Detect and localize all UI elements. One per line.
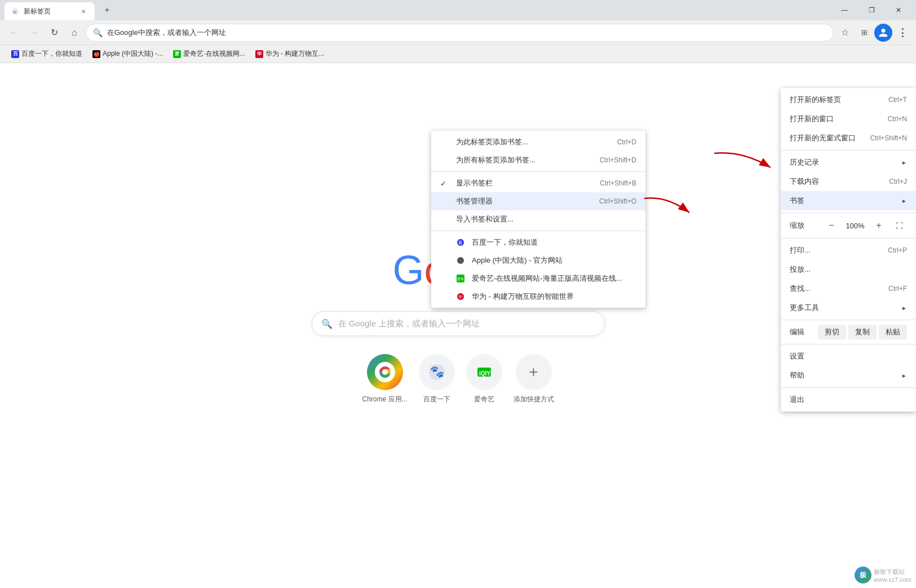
menu-bookmarks[interactable]: 书签 ► — [781, 191, 916, 210]
bookmark-huawei-label: 华为 - 构建万物互... — [265, 49, 325, 59]
submenu-bookmark-baidu[interactable]: 百 百度一下，你就知道 — [431, 233, 645, 251]
zoom-expand-button[interactable]: ⛶ — [891, 218, 907, 233]
submenu-add-bookmark-shortcut: Ctrl+D — [617, 138, 636, 146]
submenu-add-all-bookmarks[interactable]: 为所有标签页添加书签... Ctrl+Shift+D — [431, 151, 645, 169]
menu-find[interactable]: 查找... Ctrl+F — [781, 279, 916, 298]
menu-exit[interactable]: 退出 — [781, 390, 916, 409]
submenu-bookmark-iqiyi[interactable]: 爱奇 爱奇艺-在线视频网站-海量正版高清视频在线... — [431, 269, 645, 288]
main-content: G o o g l e 🔍 在 Google 上搜索，或者输入一个网址 — [0, 63, 916, 588]
watermark-site-name: 极致下载站 — [874, 568, 911, 576]
submenu-sep-2 — [431, 231, 645, 231]
forward-button[interactable]: → — [25, 24, 43, 42]
menu-help[interactable]: 帮助 ► — [781, 366, 916, 385]
tab-search-button[interactable]: ⊞ — [855, 24, 873, 42]
close-button[interactable]: ✕ — [886, 0, 911, 20]
submenu-bookmark-manager[interactable]: 书签管理器 Ctrl+Shift+O — [431, 192, 645, 210]
menu-new-window-label: 打开新的窗口 — [790, 114, 883, 124]
paste-button[interactable]: 粘贴 — [879, 325, 907, 339]
copy-button[interactable]: 复制 — [848, 325, 877, 339]
menu-more-tools[interactable]: 更多工具 ► — [781, 298, 916, 317]
active-tab[interactable]: N 新标签页 ✕ — [5, 2, 95, 20]
submenu-show-bookmarks-bar[interactable]: ✓ 显示书签栏 Ctrl+Shift+B — [431, 174, 645, 192]
shortcut-add[interactable]: + 添加快捷方式 — [514, 354, 554, 404]
menu-new-tab-shortcut: Ctrl+T — [888, 96, 907, 104]
show-bookmarks-check: ✓ — [440, 179, 449, 188]
zoom-out-button[interactable]: − — [824, 218, 839, 233]
menu-help-label: 帮助 — [790, 370, 897, 381]
menu-settings[interactable]: 设置 — [781, 347, 916, 366]
home-button[interactable]: ⌂ — [65, 24, 83, 42]
chrome-menu-button[interactable]: ⋮ — [893, 24, 911, 42]
iqiyi-favicon: 爱 — [173, 50, 181, 58]
menu-new-tab[interactable]: 打开新的标签页 Ctrl+T — [781, 90, 916, 109]
bookmark-apple-label: Apple (中国大陆) -... — [103, 49, 163, 59]
bookmark-apple[interactable]: 🍎 Apple (中国大陆) -... — [88, 47, 167, 61]
watermark-text: 极致下载站 www.xz7.com — [874, 568, 911, 583]
baidu-icon: 🐾 — [419, 354, 455, 390]
bookmark-baidu[interactable]: 百 百度一下，你就知道 — [7, 47, 87, 61]
submenu-import-bookmarks[interactable]: 导入书签和设置... — [431, 210, 645, 228]
profile-button[interactable] — [874, 24, 892, 42]
minimize-button[interactable]: — — [831, 0, 857, 20]
baidu-shortcut-label: 百度一下 — [423, 395, 450, 404]
baidu-favicon: 百 — [11, 50, 19, 58]
menu-bookmarks-label: 书签 — [790, 196, 897, 206]
cut-button[interactable]: 剪切 — [818, 325, 846, 339]
submenu-show-bookmarks-bar-label: 显示书签栏 — [456, 178, 493, 188]
menu-print[interactable]: 打印... Ctrl+P — [781, 241, 916, 260]
watermark-url: www.xz7.com — [874, 576, 911, 583]
submenu-bookmark-apple[interactable]: Apple (中国大陆) - 官方网站 — [431, 251, 645, 269]
add-shortcut-icon: + — [516, 354, 552, 390]
svg-text:华: 华 — [458, 295, 462, 299]
zoom-in-button[interactable]: + — [871, 218, 887, 233]
address-bar[interactable]: 🔍 在Google中搜索，或者输入一个网址 — [86, 24, 834, 42]
reload-button[interactable]: ↻ — [45, 24, 63, 42]
submenu-bookmark-huawei[interactable]: 华 华为 - 构建万物互联的智能世界 — [431, 288, 645, 306]
chrome-shortcut-label: Chrome 应用... — [362, 395, 408, 404]
tab-close-button[interactable]: ✕ — [79, 7, 88, 16]
submenu-import-bookmarks-label: 导入书签和设置... — [456, 214, 514, 224]
menu-history-label: 历史记录 — [790, 157, 897, 167]
menu-cast-label: 投放... — [790, 264, 907, 275]
chrome-icon — [367, 354, 403, 390]
menu-downloads-label: 下载内容 — [790, 176, 884, 187]
tab-title: 新标签页 — [24, 7, 51, 16]
menu-incognito-label: 打开新的无窗式窗口 — [790, 133, 866, 143]
restore-button[interactable]: ❐ — [859, 0, 884, 20]
shortcut-iqiyi[interactable]: iQIYI 爱奇艺 — [466, 354, 502, 404]
bookmark-huawei-icon: 华 — [456, 292, 465, 301]
google-search-bar[interactable]: 🔍 在 Google 上搜索，或者输入一个网址 — [312, 311, 605, 336]
shortcut-baidu[interactable]: 🐾 百度一下 — [419, 354, 455, 404]
shortcuts-row: Chrome 应用... 🐾 百度一下 iQI — [362, 354, 554, 404]
bookmark-iqiyi[interactable]: 爱 爱奇艺·在线视频网... — [169, 47, 249, 61]
zoom-label: 缩放 — [790, 220, 819, 231]
bookmark-iqiyi-icon: 爱奇 — [456, 274, 465, 283]
bookmark-page-button[interactable]: ☆ — [836, 24, 854, 42]
menu-new-window[interactable]: 打开新的窗口 Ctrl+N — [781, 109, 916, 129]
bookmark-apple-icon — [456, 256, 465, 265]
shortcut-chrome[interactable]: Chrome 应用... — [362, 354, 408, 404]
back-button[interactable]: ← — [5, 24, 23, 42]
svg-point-4 — [382, 369, 388, 375]
menu-incognito[interactable]: 打开新的无窗式窗口 Ctrl+Shift+N — [781, 129, 916, 148]
new-tab-button[interactable]: + — [99, 2, 115, 18]
menu-sep-4 — [781, 320, 916, 320]
add-shortcut-label: 添加快捷方式 — [514, 395, 554, 404]
menu-bookmarks-arrow: ► — [901, 198, 907, 204]
bookmark-huawei[interactable]: 华 华为 - 构建万物互... — [251, 47, 329, 61]
menu-cast[interactable]: 投放... — [781, 260, 916, 279]
menu-find-label: 查找... — [790, 284, 884, 294]
nav-right-icons: ☆ ⊞ ⋮ — [836, 24, 911, 42]
menu-history[interactable]: 历史记录 ► — [781, 153, 916, 172]
menu-downloads[interactable]: 下载内容 Ctrl+J — [781, 172, 916, 191]
svg-text:iQIYI: iQIYI — [479, 370, 492, 377]
menu-downloads-shortcut: Ctrl+J — [889, 178, 907, 185]
edit-label: 编辑 — [790, 327, 816, 337]
submenu-add-bookmark[interactable]: 为此标签页添加书签... Ctrl+D — [431, 133, 645, 151]
menu-sep-1 — [781, 150, 916, 151]
submenu-add-all-bookmarks-label: 为所有标签页添加书签... — [456, 155, 536, 165]
svg-text:N: N — [14, 10, 17, 15]
address-text: 在Google中搜索，或者输入一个网址 — [107, 28, 826, 38]
submenu-sep-1 — [431, 171, 645, 172]
search-bar-icon: 🔍 — [321, 319, 333, 329]
